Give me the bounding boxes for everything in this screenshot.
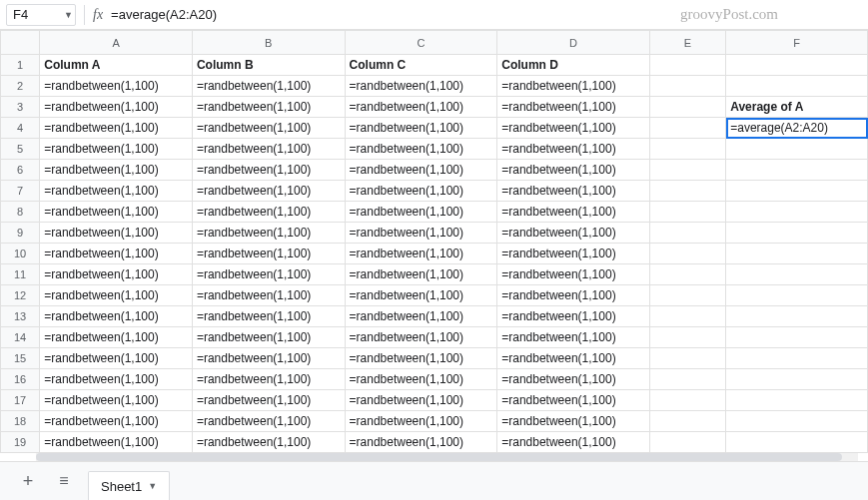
- cell-C16[interactable]: =randbetween(1,100): [345, 369, 497, 390]
- cell-D2[interactable]: =randbetween(1,100): [497, 76, 650, 97]
- cell-F3[interactable]: Average of A: [726, 97, 868, 118]
- cell-F7[interactable]: [726, 181, 868, 202]
- cell-E2[interactable]: [649, 76, 725, 97]
- cell-B10[interactable]: =randbetween(1,100): [192, 244, 345, 264]
- cell-A10[interactable]: =randbetween(1,100): [40, 244, 193, 264]
- cell-E8[interactable]: [649, 202, 725, 223]
- cell-C18[interactable]: =randbetween(1,100): [345, 411, 497, 432]
- cell-D3[interactable]: =randbetween(1,100): [497, 97, 650, 118]
- cell-D12[interactable]: =randbetween(1,100): [497, 285, 650, 306]
- cell-C1[interactable]: Column C: [345, 55, 497, 76]
- cell-E10[interactable]: [649, 244, 725, 264]
- cell-B6[interactable]: =randbetween(1,100): [192, 160, 345, 181]
- cell-F13[interactable]: [726, 306, 868, 327]
- cell-F8[interactable]: [726, 202, 868, 223]
- cell-B17[interactable]: =randbetween(1,100): [192, 390, 345, 411]
- cell-C11[interactable]: =randbetween(1,100): [345, 264, 497, 285]
- cell-B11[interactable]: =randbetween(1,100): [192, 264, 345, 285]
- cell-E3[interactable]: [649, 97, 725, 118]
- row-header-4[interactable]: 4: [1, 118, 40, 139]
- cell-D5[interactable]: =randbetween(1,100): [497, 139, 650, 160]
- cell-A1[interactable]: Column A: [40, 55, 193, 76]
- column-header-D[interactable]: D: [497, 31, 650, 55]
- cell-B1[interactable]: Column B: [192, 55, 345, 76]
- cell-A9[interactable]: =randbetween(1,100): [40, 223, 193, 244]
- cell-F12[interactable]: [726, 285, 868, 306]
- sheet-tab-dropdown-icon[interactable]: ▼: [148, 481, 157, 491]
- add-sheet-button[interactable]: +: [16, 469, 40, 493]
- cell-A19[interactable]: =randbetween(1,100): [40, 432, 193, 453]
- spreadsheet-grid[interactable]: ABCDEF1Column AColumn BColumn CColumn D2…: [0, 30, 868, 461]
- row-header-6[interactable]: 6: [1, 160, 40, 181]
- cell-B14[interactable]: =randbetween(1,100): [192, 327, 345, 348]
- cell-A11[interactable]: =randbetween(1,100): [40, 264, 193, 285]
- cell-E12[interactable]: [649, 285, 725, 306]
- select-all-corner[interactable]: [1, 31, 40, 55]
- row-header-11[interactable]: 11: [1, 264, 40, 285]
- cell-C9[interactable]: =randbetween(1,100): [345, 223, 497, 244]
- row-header-16[interactable]: 16: [1, 369, 40, 390]
- cell-B7[interactable]: =randbetween(1,100): [192, 181, 345, 202]
- horizontal-scrollbar[interactable]: [36, 453, 858, 461]
- cell-D1[interactable]: Column D: [497, 55, 650, 76]
- row-header-2[interactable]: 2: [1, 76, 40, 97]
- cell-F18[interactable]: [726, 411, 868, 432]
- cell-A3[interactable]: =randbetween(1,100): [40, 97, 193, 118]
- cell-C6[interactable]: =randbetween(1,100): [345, 160, 497, 181]
- cell-A7[interactable]: =randbetween(1,100): [40, 181, 193, 202]
- cell-E18[interactable]: [649, 411, 725, 432]
- column-header-E[interactable]: E: [649, 31, 725, 55]
- cell-F11[interactable]: [726, 264, 868, 285]
- cell-A2[interactable]: =randbetween(1,100): [40, 76, 193, 97]
- cell-F17[interactable]: [726, 390, 868, 411]
- cell-C12[interactable]: =randbetween(1,100): [345, 285, 497, 306]
- cell-F5[interactable]: [726, 139, 868, 160]
- cell-F6[interactable]: [726, 160, 868, 181]
- cell-F10[interactable]: [726, 244, 868, 264]
- cell-D10[interactable]: =randbetween(1,100): [497, 244, 650, 264]
- cell-A8[interactable]: =randbetween(1,100): [40, 202, 193, 223]
- cell-A13[interactable]: =randbetween(1,100): [40, 306, 193, 327]
- cell-E13[interactable]: [649, 306, 725, 327]
- cell-A14[interactable]: =randbetween(1,100): [40, 327, 193, 348]
- cell-C15[interactable]: =randbetween(1,100): [345, 348, 497, 369]
- cell-B12[interactable]: =randbetween(1,100): [192, 285, 345, 306]
- column-header-C[interactable]: C: [345, 31, 497, 55]
- row-header-15[interactable]: 15: [1, 348, 40, 369]
- cell-C5[interactable]: =randbetween(1,100): [345, 139, 497, 160]
- cell-D6[interactable]: =randbetween(1,100): [497, 160, 650, 181]
- name-box-dropdown-icon[interactable]: ▼: [64, 10, 73, 20]
- cell-E7[interactable]: [649, 181, 725, 202]
- name-box[interactable]: F4 ▼: [6, 4, 76, 26]
- row-header-12[interactable]: 12: [1, 285, 40, 306]
- cell-B18[interactable]: =randbetween(1,100): [192, 411, 345, 432]
- cell-B8[interactable]: =randbetween(1,100): [192, 202, 345, 223]
- cell-A6[interactable]: =randbetween(1,100): [40, 160, 193, 181]
- cell-E11[interactable]: [649, 264, 725, 285]
- cell-B9[interactable]: =randbetween(1,100): [192, 223, 345, 244]
- column-header-A[interactable]: A: [40, 31, 193, 55]
- cell-F9[interactable]: [726, 223, 868, 244]
- cell-B2[interactable]: =randbetween(1,100): [192, 76, 345, 97]
- cell-F1[interactable]: [726, 55, 868, 76]
- cell-F4[interactable]: =average(A2:A20): [726, 118, 868, 139]
- cell-D15[interactable]: =randbetween(1,100): [497, 348, 650, 369]
- row-header-19[interactable]: 19: [1, 432, 40, 453]
- cell-C19[interactable]: =randbetween(1,100): [345, 432, 497, 453]
- cell-C7[interactable]: =randbetween(1,100): [345, 181, 497, 202]
- cell-F2[interactable]: [726, 76, 868, 97]
- row-header-9[interactable]: 9: [1, 223, 40, 244]
- cell-B16[interactable]: =randbetween(1,100): [192, 369, 345, 390]
- cell-A4[interactable]: =randbetween(1,100): [40, 118, 193, 139]
- row-header-13[interactable]: 13: [1, 306, 40, 327]
- cell-D7[interactable]: =randbetween(1,100): [497, 181, 650, 202]
- sheet-tab[interactable]: Sheet1 ▼: [88, 471, 170, 501]
- cell-B19[interactable]: =randbetween(1,100): [192, 432, 345, 453]
- cell-F19[interactable]: [726, 432, 868, 453]
- cell-C13[interactable]: =randbetween(1,100): [345, 306, 497, 327]
- row-header-3[interactable]: 3: [1, 97, 40, 118]
- cell-E17[interactable]: [649, 390, 725, 411]
- row-header-1[interactable]: 1: [1, 55, 40, 76]
- scrollbar-thumb[interactable]: [36, 453, 842, 461]
- cell-A15[interactable]: =randbetween(1,100): [40, 348, 193, 369]
